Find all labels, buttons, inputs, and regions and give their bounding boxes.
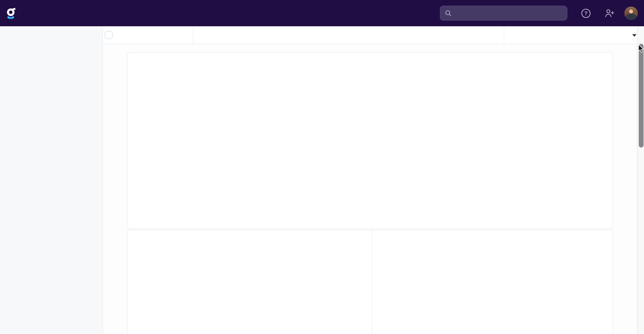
happiness-overview-card (127, 52, 613, 229)
search-icon (445, 10, 452, 17)
groove-logo-icon[interactable] (6, 7, 16, 19)
avatar[interactable] (624, 6, 638, 20)
scrollbar-thumb[interactable] (638, 44, 643, 148)
nav-right: ? (440, 6, 644, 20)
groove-app: ? (0, 0, 644, 334)
page-scrollbar[interactable] (637, 26, 644, 334)
add-user-icon (604, 8, 615, 18)
toolbar-divider (193, 26, 193, 44)
report-toolbar (104, 26, 644, 44)
main-nav: ? (0, 0, 644, 26)
search-input[interactable] (455, 9, 562, 17)
help-button[interactable]: ? (580, 8, 591, 18)
period-dropdown-caret-icon[interactable] (632, 34, 636, 37)
business-hours-checkbox[interactable] (105, 31, 112, 39)
invite-user-button[interactable] (604, 8, 615, 18)
csat-stats-card (127, 230, 613, 334)
search-box[interactable] (440, 6, 567, 20)
toolbar-divider (504, 26, 504, 44)
main-content (104, 26, 644, 334)
card-divider (372, 230, 372, 334)
sidebar (0, 26, 103, 334)
help-icon: ? (581, 8, 591, 18)
svg-text:?: ? (584, 10, 587, 16)
